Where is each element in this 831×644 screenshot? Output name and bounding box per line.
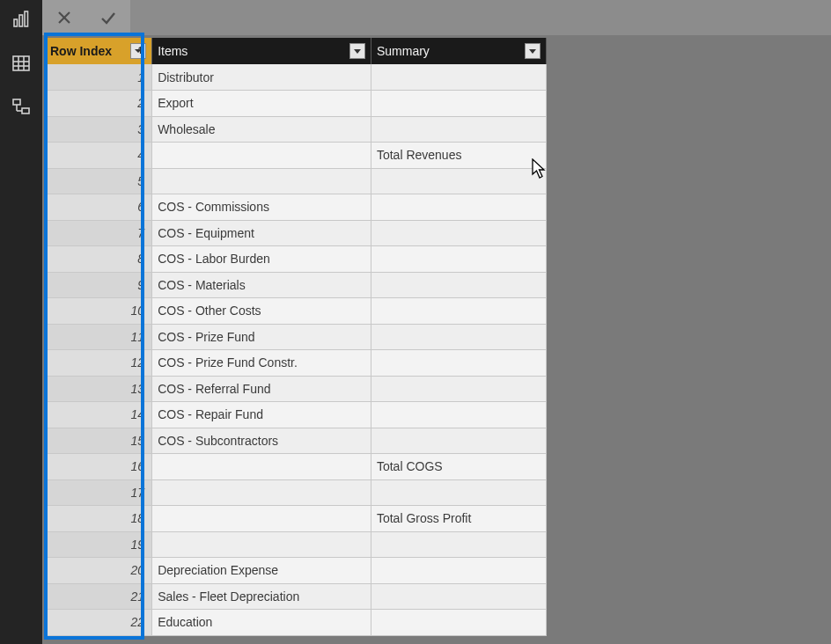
row-index-cell[interactable]: 6 bbox=[45, 194, 152, 221]
summary-cell[interactable] bbox=[371, 479, 546, 506]
row-index-cell[interactable]: 2 bbox=[45, 91, 152, 117]
table-row[interactable]: 20Depreciation Expense bbox=[45, 558, 547, 584]
table-row[interactable]: 16Total COGS bbox=[45, 454, 547, 480]
items-cell[interactable]: COS - Repair Fund bbox=[152, 402, 371, 428]
row-index-cell[interactable]: 7 bbox=[45, 220, 152, 246]
summary-cell[interactable] bbox=[371, 168, 546, 194]
items-cell[interactable]: COS - Equipment bbox=[152, 220, 371, 246]
table-row[interactable]: 10COS - Other Costs bbox=[45, 298, 547, 325]
summary-cell[interactable] bbox=[371, 428, 546, 454]
table-row[interactable]: 21Sales - Fleet Depreciation bbox=[45, 583, 547, 610]
table-row[interactable]: 3Wholesale bbox=[45, 116, 547, 143]
filter-dropdown-icon[interactable] bbox=[525, 43, 541, 59]
summary-cell[interactable] bbox=[371, 610, 546, 636]
filter-dropdown-icon[interactable] bbox=[349, 43, 365, 59]
summary-cell[interactable] bbox=[371, 350, 546, 377]
model-view-icon[interactable] bbox=[7, 93, 35, 121]
summary-cell[interactable] bbox=[371, 64, 546, 91]
summary-cell[interactable] bbox=[371, 531, 546, 558]
summary-cell[interactable] bbox=[371, 194, 546, 221]
table-row[interactable]: 5 bbox=[45, 168, 547, 194]
data-view-icon[interactable] bbox=[7, 49, 35, 77]
row-index-cell[interactable]: 18 bbox=[45, 506, 152, 532]
column-header-items[interactable]: Items bbox=[152, 38, 371, 64]
items-cell[interactable]: COS - Materials bbox=[152, 272, 371, 298]
table-row[interactable]: 4Total Revenues bbox=[45, 143, 547, 169]
items-cell[interactable]: Sales - Fleet Depreciation bbox=[152, 583, 371, 610]
table-row[interactable]: 22Education bbox=[45, 610, 547, 636]
table-row[interactable]: 11COS - Prize Fund bbox=[45, 324, 547, 350]
items-cell[interactable]: COS - Other Costs bbox=[152, 298, 371, 325]
row-index-cell[interactable]: 19 bbox=[45, 531, 152, 558]
summary-cell[interactable] bbox=[371, 558, 546, 584]
table-row[interactable]: 15COS - Subcontractors bbox=[45, 428, 547, 454]
summary-cell[interactable] bbox=[371, 272, 546, 298]
row-index-cell[interactable]: 5 bbox=[45, 168, 152, 194]
row-index-cell[interactable]: 8 bbox=[45, 246, 152, 273]
row-index-cell[interactable]: 13 bbox=[45, 376, 152, 402]
items-cell[interactable] bbox=[152, 143, 371, 169]
table-row[interactable]: 18Total Gross Profit bbox=[45, 506, 547, 532]
row-index-cell[interactable]: 3 bbox=[45, 116, 152, 143]
row-index-cell[interactable]: 10 bbox=[45, 298, 152, 325]
summary-cell[interactable]: Total COGS bbox=[371, 454, 546, 480]
table-row[interactable]: 6COS - Commissions bbox=[45, 194, 547, 221]
row-index-cell[interactable]: 21 bbox=[45, 583, 152, 610]
row-index-cell[interactable]: 16 bbox=[45, 454, 152, 480]
items-cell[interactable]: COS - Referral Fund bbox=[152, 376, 371, 402]
table-row[interactable]: 13COS - Referral Fund bbox=[45, 376, 547, 402]
summary-cell[interactable] bbox=[371, 376, 546, 402]
table-row[interactable]: 2Export bbox=[45, 91, 547, 117]
items-cell[interactable] bbox=[152, 506, 371, 532]
summary-cell[interactable] bbox=[371, 246, 546, 273]
row-index-cell[interactable]: 22 bbox=[45, 610, 152, 636]
items-cell[interactable]: COS - Labor Burden bbox=[152, 246, 371, 273]
items-cell[interactable]: COS - Prize Fund bbox=[152, 324, 371, 350]
items-cell[interactable] bbox=[152, 531, 371, 558]
summary-cell[interactable] bbox=[371, 583, 546, 610]
items-cell[interactable]: Wholesale bbox=[152, 116, 371, 143]
report-view-icon[interactable] bbox=[7, 5, 35, 33]
formula-accept-button[interactable] bbox=[86, 0, 130, 35]
formula-cancel-button[interactable] bbox=[42, 0, 86, 35]
summary-cell[interactable]: Total Revenues bbox=[371, 143, 546, 169]
row-index-cell[interactable]: 20 bbox=[45, 558, 152, 584]
table-row[interactable]: 7COS - Equipment bbox=[45, 220, 547, 246]
sort-asc-icon[interactable] bbox=[130, 43, 146, 59]
items-cell[interactable]: Distributor bbox=[152, 64, 371, 91]
row-index-cell[interactable]: 11 bbox=[45, 324, 152, 350]
row-index-cell[interactable]: 17 bbox=[45, 479, 152, 506]
items-cell[interactable] bbox=[152, 168, 371, 194]
items-cell[interactable] bbox=[152, 454, 371, 480]
summary-cell[interactable] bbox=[371, 298, 546, 325]
summary-cell[interactable]: Total Gross Profit bbox=[371, 506, 546, 532]
table-row[interactable]: 1Distributor bbox=[45, 64, 547, 91]
row-index-cell[interactable]: 15 bbox=[45, 428, 152, 454]
table-row[interactable]: 12COS - Prize Fund Constr. bbox=[45, 350, 547, 377]
summary-cell[interactable] bbox=[371, 91, 546, 117]
column-header-row-index[interactable]: Row Index bbox=[45, 38, 152, 64]
formula-input[interactable] bbox=[130, 0, 831, 35]
row-index-cell[interactable]: 12 bbox=[45, 350, 152, 377]
summary-cell[interactable] bbox=[371, 402, 546, 428]
items-cell[interactable]: COS - Subcontractors bbox=[152, 428, 371, 454]
summary-cell[interactable] bbox=[371, 324, 546, 350]
table-row[interactable]: 19 bbox=[45, 531, 547, 558]
summary-cell[interactable] bbox=[371, 116, 546, 143]
items-cell[interactable]: Export bbox=[152, 91, 371, 117]
items-cell[interactable]: COS - Commissions bbox=[152, 194, 371, 221]
column-header-summary[interactable]: Summary bbox=[371, 38, 546, 64]
row-index-cell[interactable]: 9 bbox=[45, 272, 152, 298]
table-row[interactable]: 14COS - Repair Fund bbox=[45, 402, 547, 428]
row-index-cell[interactable]: 4 bbox=[45, 143, 152, 169]
summary-cell[interactable] bbox=[371, 220, 546, 246]
table-row[interactable]: 8COS - Labor Burden bbox=[45, 246, 547, 273]
table-row[interactable]: 9COS - Materials bbox=[45, 272, 547, 298]
items-cell[interactable]: Depreciation Expense bbox=[152, 558, 371, 584]
items-cell[interactable] bbox=[152, 479, 371, 506]
table-row[interactable]: 17 bbox=[45, 479, 547, 506]
items-cell[interactable]: COS - Prize Fund Constr. bbox=[152, 350, 371, 377]
row-index-cell[interactable]: 14 bbox=[45, 402, 152, 428]
row-index-cell[interactable]: 1 bbox=[45, 64, 152, 91]
items-cell[interactable]: Education bbox=[152, 610, 371, 636]
